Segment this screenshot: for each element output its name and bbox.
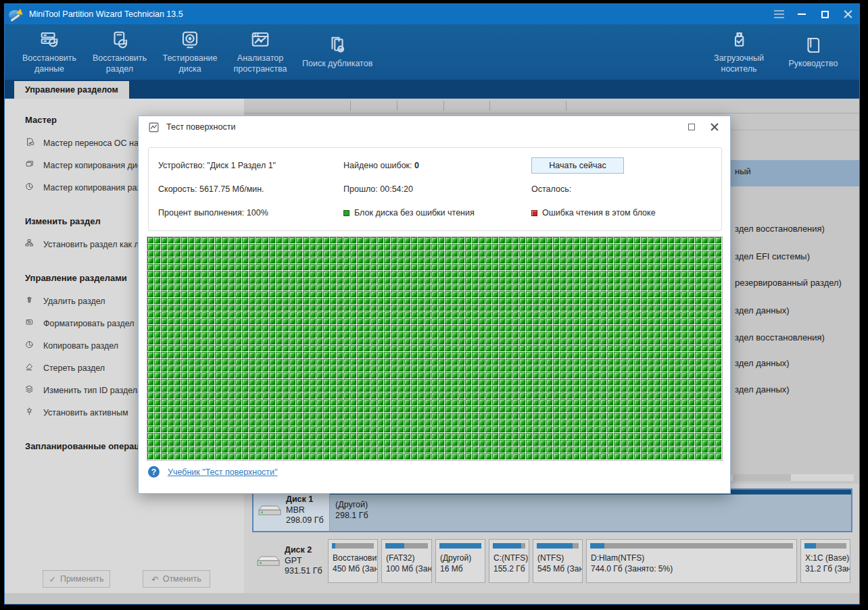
disk-block-ok: [181, 440, 187, 446]
disk-block-ok: [519, 338, 525, 345]
disk-block-ok: [168, 372, 174, 378]
partition-recovery-button[interactable]: Восстановить раздел: [86, 30, 153, 74]
partition-row-fragment[interactable]: здел EFI системы): [735, 251, 810, 261]
disk-block-ok: [316, 345, 322, 351]
disk-block-ok: [702, 392, 708, 399]
maximize-button[interactable]: [813, 4, 836, 24]
apply-button[interactable]: ✓ Применить: [43, 570, 110, 588]
disk-block-ok: [350, 413, 356, 419]
disk-block-ok: [330, 433, 336, 439]
disk2-partition-1[interactable]: Восстановит450 Мб (Зан: [328, 539, 378, 583]
disk-block-ok: [580, 426, 586, 432]
close-button[interactable]: [836, 4, 859, 24]
disk-block-ok: [337, 359, 343, 365]
scrollbar-thumb[interactable]: [733, 474, 791, 481]
data-recovery-button[interactable]: Восстановить данные: [16, 30, 83, 74]
disk-block-ok: [276, 318, 282, 324]
disk-block-ok: [627, 379, 633, 385]
disk-block-ok: [546, 251, 552, 257]
disk-block-ok: [147, 257, 153, 263]
partition-row-fragment[interactable]: здел данных): [735, 384, 790, 395]
disk-block-ok: [445, 257, 451, 263]
disk-block-ok: [668, 453, 674, 459]
menu-icon[interactable]: [767, 4, 790, 24]
disk-block-ok: [377, 413, 383, 419]
disk2-partition-2[interactable]: (FAT32)100 Мб (Зан: [381, 539, 432, 583]
disk-block-ok: [391, 325, 397, 331]
disk-block-ok: [506, 345, 512, 351]
disk-block-ok: [715, 447, 721, 453]
disk-block-ok: [269, 251, 275, 257]
disk-block-ok: [364, 413, 370, 419]
disk-block-ok: [357, 237, 363, 243]
disk-block-ok: [222, 440, 228, 446]
disk-block-ok: [168, 325, 174, 331]
manual-button[interactable]: Руководство: [779, 30, 847, 74]
disk-block-ok: [526, 352, 532, 358]
duplicate-finder-button[interactable]: Поиск дубликатов: [297, 30, 378, 74]
disk2-partition-4[interactable]: C:(NTFS)155.2 Гб: [489, 539, 529, 583]
disk-block-ok: [283, 399, 289, 405]
disk-block-ok: [364, 352, 370, 358]
partition-row-fragment[interactable]: резервированный раздел): [735, 278, 842, 288]
disk-block-ok: [235, 284, 241, 290]
undo-button[interactable]: ↶ Отменить: [143, 570, 210, 588]
disk2-partition-6[interactable]: D:Hlam(NTFS)744.0 Гб (Занято: 5%): [586, 539, 797, 583]
disk-block-ok: [566, 392, 573, 399]
disk-test-button[interactable]: Тестирование диска: [156, 30, 224, 74]
disk-block-ok: [546, 318, 552, 324]
bootable-media-button[interactable]: Загрузочный носитель: [705, 30, 773, 74]
disk-block-ok: [404, 440, 410, 446]
partition-row-fragment[interactable]: здел данных): [735, 305, 790, 315]
disk-block-ok: [222, 284, 228, 290]
partition-row-fragment[interactable]: здел восстановления): [735, 332, 825, 342]
disk2-info-cell[interactable]: Диск 2 GPT 931.51 Гб: [252, 539, 328, 583]
disk-block-ok: [614, 379, 620, 385]
disk2-partition-7[interactable]: X:1C (Base)(31.2 Гб (Зан: [800, 539, 850, 583]
disk-block-ok: [418, 406, 424, 412]
disk-block-ok: [404, 379, 410, 385]
dialog-maximize-button[interactable]: [683, 119, 700, 135]
disk-block-ok: [614, 271, 620, 277]
disk-block-ok: [431, 311, 437, 317]
disk-block-ok: [688, 338, 694, 345]
disk1-info-cell[interactable]: Диск 1 MBR 298.09 Гб: [254, 490, 329, 531]
disk-block-ok: [573, 325, 579, 331]
space-analyzer-button[interactable]: Анализатор пространства: [226, 30, 294, 74]
dialog-close-button[interactable]: [706, 119, 723, 135]
disk-block-ok: [154, 413, 160, 419]
disk-block-ok: [445, 271, 451, 277]
disk-block-ok: [465, 365, 471, 372]
minimize-button[interactable]: [790, 4, 813, 24]
help-icon[interactable]: ?: [148, 466, 160, 478]
partition-row-fragment[interactable]: здел восстановления): [735, 224, 825, 234]
disk-block-ok: [654, 447, 660, 453]
disk-block-ok: [587, 426, 593, 432]
partition-row-fragment[interactable]: здел данных): [735, 358, 790, 368]
disk1-partition[interactable]: (Другой) 298.1 Гб: [329, 490, 851, 531]
disk-block-ok: [154, 365, 160, 372]
disk-block-ok: [201, 257, 208, 263]
disk-block-ok: [337, 399, 343, 405]
disk-block-ok: [370, 406, 377, 412]
disk2-partition-5[interactable]: (NTFS)545 Мб (Зан: [533, 539, 583, 583]
disk-block-ok: [614, 386, 620, 392]
tab-partition-management[interactable]: Управление разделом: [14, 81, 129, 99]
partition-row-fragment[interactable]: ный: [735, 166, 751, 176]
disk-block-ok: [147, 433, 153, 439]
disk2-row[interactable]: Диск 2 GPT 931.51 Гб Восстановит450 Мб (…: [252, 539, 852, 583]
disk-block-ok: [688, 406, 694, 412]
start-now-button[interactable]: Начать сейчас: [531, 157, 624, 174]
disk-block-ok: [438, 453, 444, 459]
disk-block-ok: [580, 379, 586, 385]
bootable-media-icon: [729, 30, 749, 50]
disk-block-ok: [526, 278, 532, 284]
surface-test-tutorial-link[interactable]: Учебник "Тест поверхности": [168, 467, 278, 477]
disk-block-ok: [370, 447, 377, 453]
disk-block-ok: [418, 345, 424, 351]
disk-block-ok: [654, 426, 660, 432]
disk-block-ok: [607, 440, 613, 446]
disk1-row[interactable]: Диск 1 MBR 298.09 Гб (Другой) 298.1 Гб: [252, 488, 852, 532]
disk2-partition-3[interactable]: (Другой)16 Мб: [435, 539, 485, 583]
disk-block-ok: [668, 420, 674, 426]
